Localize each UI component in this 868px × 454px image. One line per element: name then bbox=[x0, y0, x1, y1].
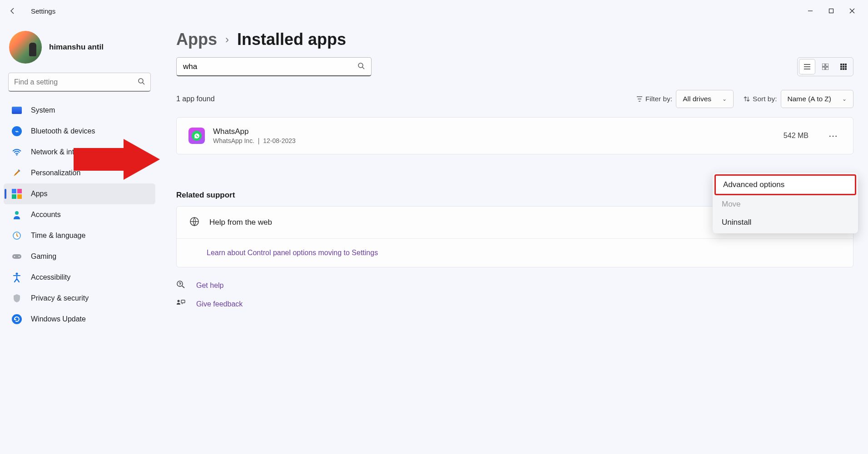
help-link[interactable]: Learn about Control panel options moving… bbox=[207, 249, 378, 257]
whatsapp-icon bbox=[192, 131, 202, 141]
menu-uninstall[interactable]: Uninstall bbox=[714, 213, 856, 232]
maximize-button[interactable] bbox=[821, 3, 842, 19]
profile-name: himanshu antil bbox=[49, 43, 104, 52]
chevron-down-icon: ⌄ bbox=[722, 96, 727, 102]
minimize-button[interactable] bbox=[800, 3, 821, 19]
app-meta: WhatsApp Inc. | 12-08-2023 bbox=[213, 137, 296, 144]
sort-label: Sort by: bbox=[744, 95, 777, 103]
svg-rect-23 bbox=[843, 66, 844, 68]
app-search-input[interactable] bbox=[183, 62, 357, 71]
sidebar-item-label: Network & internet bbox=[31, 148, 91, 156]
back-button[interactable] bbox=[5, 4, 20, 18]
sidebar-item-system[interactable]: System bbox=[4, 100, 155, 121]
accessibility-icon bbox=[12, 272, 22, 282]
chevron-down-icon: ⌄ bbox=[842, 96, 847, 102]
svg-point-4 bbox=[16, 154, 18, 156]
app-size: 542 MB bbox=[784, 132, 808, 140]
svg-point-2 bbox=[139, 79, 143, 83]
menu-move: Move bbox=[714, 195, 856, 213]
sidebar-item-update[interactable]: Windows Update bbox=[4, 309, 155, 330]
sidebar-item-network[interactable]: Network & internet bbox=[4, 142, 155, 163]
app-title: Settings bbox=[31, 7, 55, 15]
results-count: 1 app found bbox=[176, 95, 215, 103]
gamepad-icon bbox=[12, 252, 22, 262]
svg-rect-1 bbox=[829, 9, 833, 13]
svg-rect-15 bbox=[822, 64, 825, 66]
profile-block[interactable]: himanshu antil bbox=[4, 27, 155, 73]
svg-point-31 bbox=[178, 300, 180, 302]
svg-rect-20 bbox=[843, 64, 844, 65]
svg-rect-26 bbox=[843, 68, 844, 70]
update-icon bbox=[12, 314, 22, 324]
wifi-icon bbox=[12, 147, 22, 157]
chevron-right-icon: › bbox=[225, 33, 229, 46]
give-feedback-link[interactable]: Give feedback bbox=[196, 300, 243, 308]
brush-icon bbox=[12, 168, 22, 178]
sidebar-search[interactable] bbox=[8, 73, 151, 92]
svg-rect-19 bbox=[840, 64, 842, 65]
svg-rect-8 bbox=[12, 254, 21, 259]
menu-advanced-options[interactable]: Advanced options bbox=[714, 174, 856, 195]
svg-point-30 bbox=[179, 286, 180, 286]
sidebar-item-label: Accessibility bbox=[31, 273, 70, 281]
clock-icon bbox=[12, 231, 22, 241]
app-name: WhatsApp bbox=[213, 127, 296, 136]
svg-rect-25 bbox=[840, 68, 842, 70]
svg-point-11 bbox=[16, 273, 18, 275]
filter-value: All drives bbox=[683, 95, 711, 103]
view-tiles-button[interactable] bbox=[836, 59, 851, 74]
globe-icon bbox=[189, 217, 199, 228]
sidebar-item-personalization[interactable]: Personalization bbox=[4, 163, 155, 183]
sidebar-item-time[interactable]: Time & language bbox=[4, 225, 155, 246]
app-row[interactable]: WhatsApp WhatsApp Inc. | 12-08-2023 542 … bbox=[176, 117, 853, 154]
sidebar-item-accounts[interactable]: Accounts bbox=[4, 204, 155, 225]
sort-icon bbox=[744, 96, 750, 102]
sidebar-item-label: Bluetooth & devices bbox=[31, 127, 95, 135]
more-options-button[interactable]: ⋯ bbox=[826, 128, 841, 144]
avatar bbox=[9, 31, 42, 64]
view-grid-button[interactable] bbox=[818, 59, 833, 74]
sidebar-item-accessibility[interactable]: Accessibility bbox=[4, 267, 155, 288]
help-title: Help from the web bbox=[209, 218, 272, 227]
apps-icon bbox=[12, 189, 22, 199]
filter-label: Filter by: bbox=[636, 95, 672, 103]
sidebar-search-input[interactable] bbox=[14, 78, 138, 86]
sidebar-item-apps[interactable]: Apps bbox=[4, 183, 155, 204]
filter-dropdown[interactable]: All drives ⌄ bbox=[676, 90, 734, 108]
sidebar-item-label: Accounts bbox=[31, 211, 61, 219]
sidebar-item-bluetooth[interactable]: ⌁ Bluetooth & devices bbox=[4, 121, 155, 142]
app-search-box[interactable] bbox=[176, 57, 372, 76]
sidebar-item-label: Apps bbox=[31, 190, 47, 198]
sort-dropdown[interactable]: Name (A to Z) ⌄ bbox=[781, 90, 853, 108]
svg-point-10 bbox=[19, 256, 20, 257]
svg-point-9 bbox=[14, 256, 15, 257]
breadcrumb-root[interactable]: Apps bbox=[176, 30, 217, 49]
svg-rect-27 bbox=[845, 68, 847, 70]
page-title: Installed apps bbox=[237, 30, 346, 49]
feedback-icon bbox=[176, 299, 186, 309]
view-list-button[interactable] bbox=[799, 59, 815, 74]
breadcrumb: Apps › Installed apps bbox=[176, 30, 853, 49]
sidebar-item-label: Personalization bbox=[31, 169, 80, 177]
view-toggle-group bbox=[797, 57, 853, 76]
sidebar-item-privacy[interactable]: Privacy & security bbox=[4, 288, 155, 309]
sidebar-item-label: System bbox=[31, 106, 55, 114]
svg-rect-22 bbox=[840, 66, 842, 68]
person-icon bbox=[12, 210, 22, 220]
filter-icon bbox=[636, 96, 643, 102]
close-button[interactable] bbox=[842, 3, 863, 19]
help-icon bbox=[176, 280, 186, 291]
sidebar-item-gaming[interactable]: Gaming bbox=[4, 246, 155, 267]
app-context-menu: Advanced options Move Uninstall bbox=[713, 173, 858, 233]
get-help-link[interactable]: Get help bbox=[196, 281, 223, 290]
display-icon bbox=[12, 105, 22, 115]
sidebar-item-label: Gaming bbox=[31, 252, 56, 261]
svg-rect-24 bbox=[845, 66, 847, 68]
sidebar-item-label: Windows Update bbox=[31, 315, 86, 323]
shield-icon bbox=[12, 293, 22, 303]
sort-value: Name (A to Z) bbox=[788, 95, 831, 103]
search-icon bbox=[357, 62, 365, 71]
sidebar: himanshu antil System ⌁ Bluetooth & devi… bbox=[0, 22, 159, 454]
app-icon bbox=[188, 128, 205, 144]
svg-rect-21 bbox=[845, 64, 847, 65]
